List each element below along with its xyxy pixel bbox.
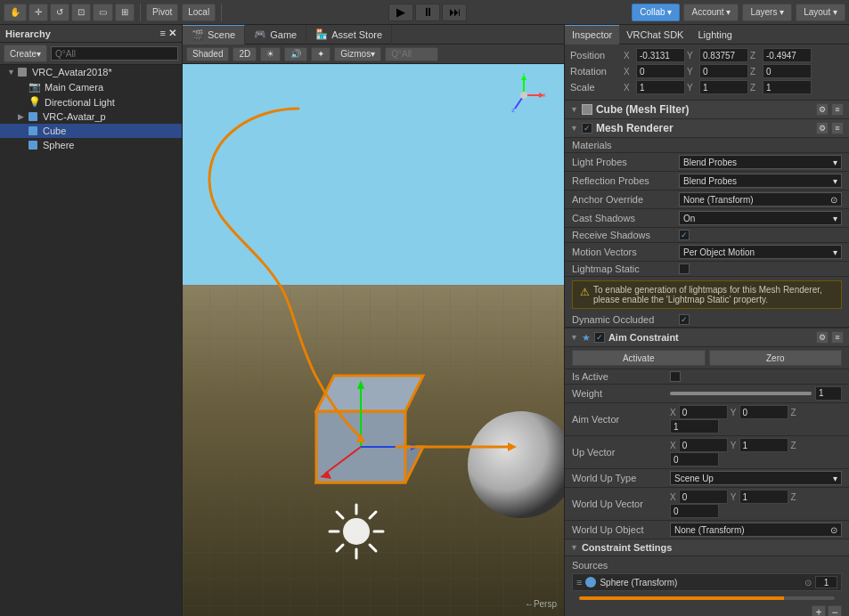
world-up-type-label: World Up Type: [572, 473, 670, 483]
tab-scene[interactable]: 🎬 Scene: [183, 25, 245, 45]
pos-z-input[interactable]: [763, 48, 812, 62]
lightmap-static-label: Lightmap Static: [572, 263, 679, 274]
svg-line-27: [370, 512, 376, 518]
hand-tool[interactable]: ✋: [4, 4, 27, 21]
constraint-settings-header[interactable]: ▼ Constraint Settings: [565, 539, 849, 556]
light-probes-value[interactable]: Blend Probes ▾: [679, 155, 842, 169]
zero-btn[interactable]: Zero: [709, 350, 843, 366]
anchor-override-field[interactable]: None (Transform) ⊙: [679, 192, 842, 207]
mr-menu-icon[interactable]: ≡: [831, 122, 844, 134]
rect-tool[interactable]: ▭: [93, 4, 113, 21]
lights-btn[interactable]: ☀: [260, 47, 281, 61]
layers-btn[interactable]: Layers ▾: [742, 4, 792, 21]
effects-btn[interactable]: ✦: [311, 47, 331, 61]
tab-lighting[interactable]: Lighting: [690, 25, 739, 45]
weight-slider-bar[interactable]: [670, 392, 812, 395]
wuv-y-input[interactable]: [739, 490, 788, 504]
list-item[interactable]: ▶ VRC-Avatar_p: [0, 109, 182, 124]
audio-btn[interactable]: 🔊: [284, 47, 307, 61]
up-y-input[interactable]: [739, 438, 788, 452]
up-z-input[interactable]: [670, 452, 719, 466]
collab-btn[interactable]: Collab ▾: [632, 4, 680, 21]
world-up-type-dropdown[interactable]: Scene Up ▾: [670, 471, 842, 485]
weight-value: 1: [815, 386, 842, 401]
2d-btn[interactable]: 2D: [233, 47, 257, 61]
receive-shadows-check[interactable]: [679, 230, 690, 240]
weight-label: Weight: [572, 388, 670, 399]
y-axis: Y: [687, 51, 698, 61]
pause-btn[interactable]: ⏸: [415, 4, 440, 21]
wuv-z-input[interactable]: [670, 504, 719, 518]
wuv-x-input[interactable]: [679, 490, 728, 504]
motion-vectors-dropdown[interactable]: Per Object Motion ▾: [679, 245, 842, 259]
tab-game[interactable]: 🎮 Game: [245, 25, 306, 45]
gameobj-icon: [29, 112, 37, 121]
play-btn[interactable]: ▶: [388, 4, 413, 21]
ac-enabled[interactable]: [594, 332, 605, 343]
list-item[interactable]: Cube: [0, 124, 182, 138]
hierarchy-search[interactable]: [51, 46, 178, 61]
pos-y-input[interactable]: [699, 48, 748, 62]
tab-asset-store[interactable]: 🏪 Asset Store: [306, 25, 392, 45]
mr-arrow: ▼: [570, 124, 578, 133]
cube-filter-header[interactable]: ▼ Cube (Mesh Filter) ⚙ ≡: [565, 101, 849, 119]
list-item[interactable]: 📷 Main Camera: [0, 79, 182, 94]
world-up-object-field[interactable]: None (Transform) ⊙: [670, 523, 842, 537]
add-source-btn[interactable]: +: [812, 605, 826, 616]
source-name: Sphere (Transform): [600, 578, 804, 588]
cast-shadows-dropdown[interactable]: On ▾: [679, 211, 842, 225]
svg-point-20: [343, 518, 370, 545]
pivot-btn[interactable]: Pivot: [146, 4, 178, 21]
aim-y-input[interactable]: [739, 405, 788, 419]
lightmap-static-check[interactable]: [679, 263, 690, 274]
up-x-input[interactable]: [679, 438, 728, 452]
create-btn[interactable]: Create▾: [4, 45, 47, 62]
tab-vrchat-sdk[interactable]: VRChat SDK: [619, 25, 690, 45]
remove-source-btn[interactable]: −: [828, 605, 842, 616]
list-item[interactable]: 💡 Directional Light: [0, 94, 182, 109]
step-btn[interactable]: ⏭: [442, 4, 467, 21]
menu-icon[interactable]: ≡: [831, 103, 844, 116]
rotate-tool[interactable]: ↺: [50, 4, 69, 21]
shaded-btn[interactable]: Shaded: [186, 47, 229, 61]
scale-z-input[interactable]: [763, 80, 812, 94]
orange-slider[interactable]: [579, 596, 835, 600]
pos-x-input[interactable]: [636, 48, 685, 62]
tab-inspector[interactable]: Inspector: [565, 25, 619, 45]
reflection-probes-dropdown[interactable]: Blend Probes ▾: [679, 174, 842, 188]
settings-icon[interactable]: ⚙: [816, 103, 829, 116]
mr-enabled[interactable]: [582, 123, 592, 134]
light-probes-dropdown[interactable]: Blend Probes ▾: [679, 155, 842, 169]
aim-z-input[interactable]: [670, 419, 719, 434]
scene-search[interactable]: [385, 47, 438, 61]
local-btn[interactable]: Local: [182, 4, 216, 21]
mesh-renderer-header[interactable]: ▼ Mesh Renderer ⚙ ≡: [565, 119, 849, 138]
aim-constraint-header[interactable]: ▼ ★ Aim Constraint ⚙ ≡: [565, 328, 849, 347]
rot-x-input[interactable]: [636, 64, 685, 78]
gizmos-btn[interactable]: Gizmos▾: [334, 47, 381, 61]
rot-z-input[interactable]: [763, 64, 812, 78]
list-item[interactable]: ▼ VRC_Avatar2018*: [0, 65, 182, 79]
scene-view[interactable]: Y X Z: [183, 64, 564, 616]
source-weight-input[interactable]: [815, 576, 837, 588]
scale-tool[interactable]: ⊡: [71, 4, 91, 21]
list-item[interactable]: Sphere: [0, 138, 182, 152]
world-up-object-label: World Up Object: [572, 524, 670, 535]
activate-btn[interactable]: Activate: [572, 350, 706, 366]
ac-settings-icon[interactable]: ⚙: [816, 331, 829, 344]
ac-menu-icon[interactable]: ≡: [831, 331, 844, 344]
mesh-renderer-section: ▼ Mesh Renderer ⚙ ≡ Materials Light Prob…: [565, 119, 849, 328]
scale-y-input[interactable]: [699, 80, 748, 94]
layout-btn[interactable]: Layout ▾: [796, 4, 845, 21]
is-active-check[interactable]: [670, 371, 681, 382]
aim-x-input[interactable]: [679, 405, 728, 419]
transform-tool[interactable]: ⊞: [115, 4, 135, 21]
account-btn[interactable]: Account ▾: [683, 4, 739, 21]
scale-x-input[interactable]: [636, 80, 685, 94]
ac-icons: ⚙ ≡: [816, 331, 844, 344]
mr-settings-icon[interactable]: ⚙: [816, 122, 829, 134]
gameobj-icon: [29, 141, 37, 150]
move-tool[interactable]: ✛: [29, 4, 48, 21]
rot-y-input[interactable]: [699, 64, 748, 78]
dynamic-occluded-check[interactable]: [679, 314, 690, 325]
